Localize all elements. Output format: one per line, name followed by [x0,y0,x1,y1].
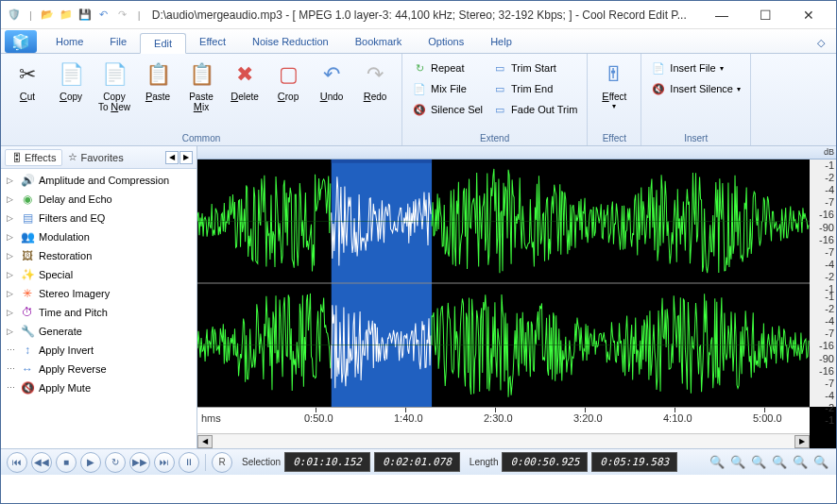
copy-to-new-button[interactable]: 📄CopyTo New [94,58,135,114]
open2-icon[interactable]: 📁 [59,8,74,23]
insert-file-button[interactable]: 📄Insert File ▾ [647,58,744,78]
selection-start-value: 0:01:10.152 [284,452,370,472]
horizontal-scrollbar[interactable]: ◀ ▶ [197,433,810,448]
menu-tab-options[interactable]: Options [415,32,477,53]
tree-item-time-and-pitch[interactable]: ▷⏱Time and Pitch [3,303,195,322]
record-button[interactable]: R [212,452,232,473]
sidebar-next-button[interactable]: ▶ [179,151,193,164]
play-button[interactable]: ▶ [80,452,101,473]
scroll-right-button[interactable]: ▶ [794,435,810,448]
menu-tab-file[interactable]: File [96,32,140,53]
button-label: Mix File [431,83,467,94]
tree-item-modulation[interactable]: ▷👥Modulation [3,227,195,246]
paste-mix-button[interactable]: 📋PasteMix [180,58,222,114]
button-label: Repeat [431,62,464,74]
sidebar-prev-button[interactable]: ◀ [165,151,179,164]
button-label: Effect [602,92,626,102]
insert-silence-button[interactable]: 🔇Insert Silence ▾ [647,78,744,99]
cut-button[interactable]: ✂Cut [7,58,48,104]
waveform-ruler[interactable] [197,146,836,160]
zoom-sel-button[interactable]: 🔍 [749,454,768,471]
mix-file-button[interactable]: 📄Mix File [408,78,487,99]
redo-button[interactable]: ↷Redo [354,58,396,104]
repeat-button[interactable]: ↻Repeat [408,58,487,78]
tree-item-delay-and-echo[interactable]: ▷◉Delay and Echo [3,190,195,209]
effect-icon: 🎚 [599,59,629,90]
timeline[interactable]: hms 0:50.01:40.02:30.03:20.04:10.05:00.0 [197,407,810,433]
tree-item-apply-invert[interactable]: ⋯↕Apply Invert [3,341,195,360]
menu-tab-effect[interactable]: Effect [186,32,239,53]
tree-item-apply-reverse[interactable]: ⋯↔Apply Reverse [3,360,195,378]
undo-icon[interactable]: ↶ [96,8,111,23]
crop-button[interactable]: ▢Crop [267,58,309,104]
sidebar-tabs: 🎛Effects☆Favorites ◀ ▶ [1,146,196,169]
help-icon[interactable]: ◇ [810,33,832,53]
expand-icon[interactable]: ▷ [7,270,16,279]
minimize-button[interactable]: — [700,1,743,29]
paste-button[interactable]: 📋Paste [137,58,179,104]
effect-button[interactable]: 🎚Effect▾ [593,58,635,112]
tree-item-generate[interactable]: ▷🔧Generate [3,322,195,341]
pause-button[interactable]: ⏸ [179,452,199,473]
zoom-v-in-button[interactable]: 🔍 [791,454,810,471]
zoom-out-button[interactable]: 🔍 [728,454,747,471]
tree-label: Delay and Echo [39,193,112,205]
category-icon: ↔ [20,361,35,377]
silence-sel-button[interactable]: 🔇Silence Sel [408,99,487,120]
menu-tab-home[interactable]: Home [43,32,96,53]
zoom-v-out-button[interactable]: 🔍 [811,454,830,471]
sidebar-tab-favorites[interactable]: ☆Favorites [62,149,128,166]
expand-icon[interactable]: ▷ [7,232,16,242]
cube-icon: 🧊 [11,33,30,51]
expand-icon[interactable]: ▷ [7,308,16,317]
menu-tab-bookmark[interactable]: Bookmark [342,32,416,53]
tree-item-restoration[interactable]: ▷🖼Restoration [3,246,195,265]
tree-item-amplitude-and-compression[interactable]: ▷🔊Amplitude and Compression [3,171,195,190]
zoom-full-button[interactable]: 🔍 [770,454,789,471]
menu-tab-help[interactable]: Help [477,32,525,53]
redo-icon[interactable]: ↷ [115,8,130,23]
maximize-button[interactable]: ☐ [743,1,787,29]
tick-label: 1:40.0 [394,412,423,424]
zoom-in-button[interactable]: 🔍 [708,454,726,471]
menu-tab-edit[interactable]: Edit [140,33,186,54]
copy-button[interactable]: 📄Copy [50,58,92,104]
tree-item-special[interactable]: ▷✨Special [3,265,195,284]
category-icon: 🔊 [20,173,35,188]
tree-item-stereo-imagery[interactable]: ▷✳Stereo Imagery [3,284,195,303]
stop-button[interactable]: ■ [56,452,77,473]
rewind-start-button[interactable]: ⏮ [7,452,27,473]
window-buttons: — ☐ ✕ [700,1,830,29]
delete-button[interactable]: ✖Delete [224,58,265,104]
db-scale: dB -1-2-4-7-16-90-16-7-4-2-1-1-2-4-7-16-… [810,160,836,407]
forward-button[interactable]: ▶▶ [129,452,150,473]
menu-tab-noise-reduction[interactable]: Noise Reduction [239,32,342,53]
expand-icon[interactable]: ▷ [7,194,16,204]
expand-icon[interactable]: ▷ [7,327,16,336]
sidebar-tab-effects[interactable]: 🎛Effects [5,149,62,166]
category-icon: ◉ [20,192,35,207]
expand-icon[interactable]: ▷ [7,251,16,260]
expand-icon[interactable]: ▷ [7,213,16,223]
waveform-canvas[interactable]: dB -1-2-4-7-16-90-16-7-4-2-1-1-2-4-7-16-… [197,160,810,407]
scroll-left-button[interactable]: ◀ [197,435,213,448]
db-value: -7 [825,246,834,258]
db-value: -4 [825,390,834,401]
save-icon[interactable]: 💾 [77,8,93,23]
open-icon[interactable]: 📂 [40,8,55,23]
play-loop-button[interactable]: ↻ [105,452,126,473]
tree-item-apply-mute[interactable]: ⋯🔇Apply Mute [3,378,195,397]
trim-start-button[interactable]: ▭Trim Start [488,58,581,78]
app-menu-button[interactable]: 🧊 [5,30,37,53]
scroll-track[interactable] [213,435,794,448]
tree-item-filters-and-eq[interactable]: ▷▤Filters and EQ [3,209,195,227]
undo-button[interactable]: ↶Undo [311,58,352,104]
expand-icon[interactable]: ▷ [7,289,16,298]
trim-end-button[interactable]: ▭Trim End [488,78,581,99]
timeline-unit: hms [201,412,221,424]
forward-end-button[interactable]: ⏭ [154,452,175,473]
fade-out-trim-button[interactable]: ▭Fade Out Trim [488,99,581,120]
rewind-button[interactable]: ◀◀ [31,452,52,473]
close-button[interactable]: ✕ [787,1,830,29]
expand-icon[interactable]: ▷ [7,176,16,185]
